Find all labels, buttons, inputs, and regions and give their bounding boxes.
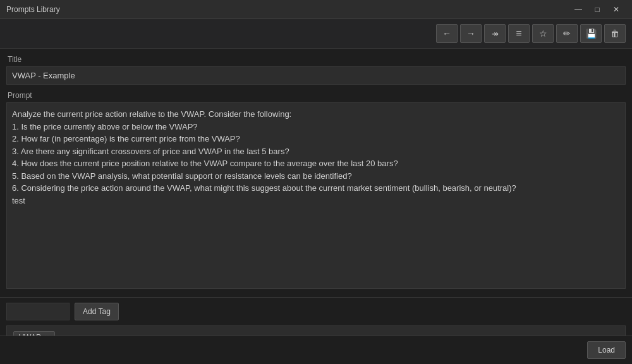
toolbar: ← → ↠ ≡ ☆ ✏ 💾 🗑 [0,19,632,49]
footer: Load [0,336,632,364]
titlebar: Prompts Library — □ ✕ [0,0,632,19]
app-title: Prompts Library [6,5,60,14]
title-input[interactable] [6,66,626,85]
add-tag-button[interactable]: Add Tag [75,303,119,320]
title-label: Title [6,55,626,64]
save-button[interactable]: 💾 [580,24,602,43]
delete-button[interactable]: 🗑 [604,24,626,43]
next-button[interactable]: → [460,24,482,43]
close-button[interactable]: ✕ [607,0,626,19]
window-controls: — □ ✕ [569,0,626,19]
load-button[interactable]: Load [587,341,626,359]
tag-input[interactable] [6,303,70,320]
tags-input-section: Add Tag [0,297,632,325]
prev-button[interactable]: ← [436,24,458,43]
edit-button[interactable]: ✏ [556,24,578,43]
last-button[interactable]: ↠ [484,24,506,43]
minimize-button[interactable]: — [569,0,588,19]
prompt-label: Prompt [6,91,626,100]
main-content: Title Prompt Analyze the current price a… [0,49,632,297]
maximize-button[interactable]: □ [588,0,607,19]
favorite-button[interactable]: ☆ [532,24,554,43]
prompt-textarea[interactable]: Analyze the current price action relativ… [6,102,626,289]
list-button[interactable]: ≡ [508,24,530,43]
